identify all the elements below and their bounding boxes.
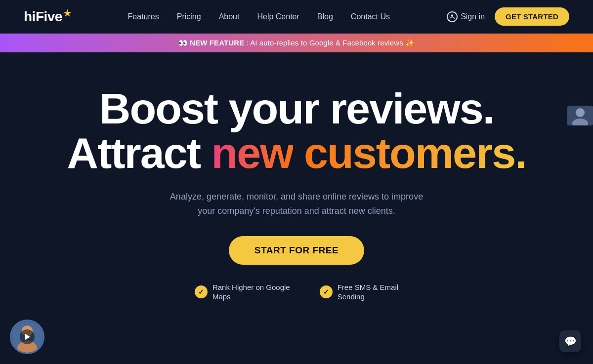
hero-subtitle: Analyze, generate, monitor, and share on… <box>168 190 425 218</box>
nav-item-pricing[interactable]: Pricing <box>177 12 201 21</box>
nav-item-contact-us[interactable]: Contact Us <box>351 12 390 21</box>
nav-item-about[interactable]: About <box>219 12 240 21</box>
feature-text-google: Rank Higher on Google Maps <box>212 283 290 302</box>
feature-text-sms: Free SMS & Email Sending <box>338 283 398 302</box>
navbar: hiFive★ Features Pricing About Help Cent… <box>0 0 593 34</box>
hero-reviews-word: reviews. <box>330 84 494 133</box>
feature-badge-sms: ✓ Free SMS & Email Sending <box>320 283 398 302</box>
feature-badge-google: ✓ Rank Higher on Google Maps <box>195 283 290 302</box>
nav-right: Sign in GET STARTED <box>447 7 569 26</box>
nav-links: Features Pricing About Help Center Blog … <box>128 12 390 21</box>
hero-customers-word: customers. <box>304 128 526 177</box>
svg-point-2 <box>576 108 585 117</box>
feature-line2-sms: Sending <box>338 292 398 302</box>
announcement-banner[interactable]: 👀 NEW FEATURE : AI auto-replies to Googl… <box>0 34 593 52</box>
hero-space <box>293 128 304 177</box>
hero-title-line2: Attract new customers. <box>20 130 573 176</box>
avatar-corner <box>567 106 593 125</box>
check-icon-sms: ✓ <box>320 285 333 298</box>
svg-point-0 <box>451 14 454 17</box>
feature-line1-google: Rank Higher on Google <box>212 283 290 292</box>
logo[interactable]: hiFive★ <box>24 8 71 25</box>
sign-in-label: Sign in <box>461 12 485 21</box>
nav-item-help-center[interactable]: Help Center <box>257 12 299 21</box>
feature-line1-sms: Free SMS & Email <box>338 283 398 292</box>
chat-widget[interactable]: 💬 <box>559 330 581 352</box>
hero-attract-prefix: Attract <box>67 128 211 177</box>
hero-new-word: new <box>211 128 293 177</box>
sign-in-button[interactable]: Sign in <box>447 11 485 22</box>
check-icon-google: ✓ <box>195 285 208 298</box>
play-triangle-icon <box>25 334 30 340</box>
nav-item-blog[interactable]: Blog <box>317 12 333 21</box>
chat-icon: 💬 <box>564 335 577 347</box>
hero-title-line1: Boost your reviews. <box>20 87 573 130</box>
banner-emoji: 👀 <box>178 39 188 47</box>
get-started-button[interactable]: GET STARTED <box>495 7 569 26</box>
nav-item-features[interactable]: Features <box>128 12 159 21</box>
feature-line2-google: Maps <box>212 292 290 302</box>
logo-star-icon: ★ <box>63 8 71 18</box>
features-row: ✓ Rank Higher on Google Maps ✓ Free SMS … <box>20 283 573 312</box>
banner-text: : AI auto-replies to Google & Facebook r… <box>247 39 415 47</box>
banner-label: NEW FEATURE <box>190 39 244 47</box>
hero-title-prefix: Boost your <box>99 84 330 133</box>
hero-section: Boost your reviews. Attract new customer… <box>0 52 593 312</box>
cta-button[interactable]: START FOR FREE <box>229 236 364 265</box>
user-icon <box>447 11 458 22</box>
logo-text: hiFive★ <box>24 8 71 25</box>
video-thumbnail[interactable] <box>10 320 44 354</box>
play-button-overlay <box>20 329 35 344</box>
